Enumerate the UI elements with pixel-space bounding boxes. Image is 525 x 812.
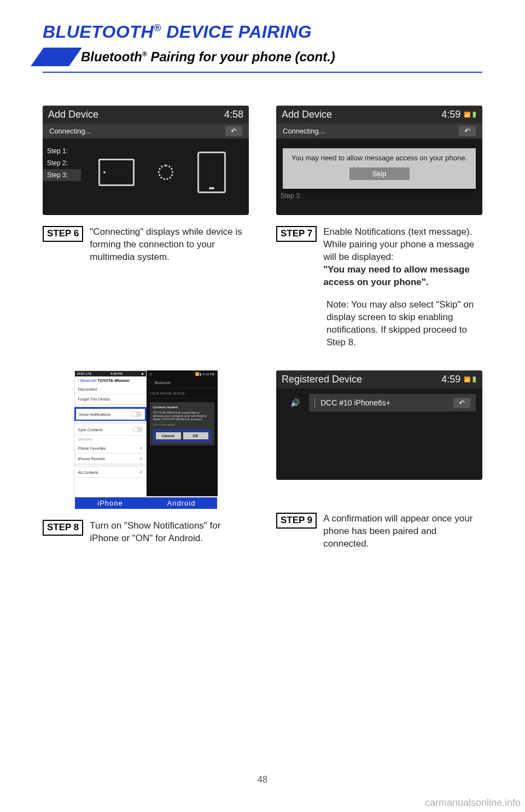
toggle-icon — [132, 411, 142, 417]
screen7-time: 4:59 — [441, 109, 460, 120]
ios-back: Bluetooth — [80, 379, 97, 382]
back-icon: ↶ — [459, 126, 476, 136]
ios-shownotif-label: Show Notifications — [79, 413, 111, 416]
and-time: 4:13 PM — [202, 373, 214, 376]
check-icon: ✓ — [139, 456, 143, 461]
wifi-icon: ▽ — [149, 372, 152, 376]
registered-device-name: DCC #10 iPhone6s+ — [320, 398, 390, 407]
watermark: carmanualsonline.info — [425, 797, 521, 809]
ios-row-disconnect: Disconnect — [75, 385, 146, 395]
ios-fav-label: Phone Favorites — [78, 446, 106, 450]
subtitle-pre: Bluetooth — [81, 49, 142, 64]
screen7-title: Add Device — [282, 109, 332, 120]
step6-text: "Connecting" displays while device is fo… — [90, 226, 249, 264]
ios-device-name: TOYOTA 4Runner — [97, 379, 130, 382]
and-dialog-title: Contacts request — [153, 405, 211, 409]
screen9-time: 4:59 — [441, 374, 460, 385]
step8-label: STEP 8 — [43, 520, 83, 536]
step7-text: Enable Notifications (text message). Whi… — [323, 226, 482, 289]
step6-cell: Add Device 4:58 Connecting... ↶ Step 1: … — [43, 106, 249, 349]
ios-all-label: All Contacts — [78, 471, 98, 474]
battery-icon: ■ — [142, 372, 144, 375]
popup-message: You may need to allow message access on … — [287, 154, 471, 162]
and-dialog-body: TOYOTA VEHICLE would like to access your… — [153, 411, 211, 421]
signal-icon: 📶 ▮ 4:13 PM — [195, 372, 215, 376]
title-post: DEVICE PAIRING — [161, 22, 312, 42]
step8-link: Step 8 — [326, 337, 353, 347]
title-pre: BLUETOOTH — [43, 22, 154, 42]
ios-time: 4:48 PM — [110, 372, 122, 375]
step7-note-pre: Note: You may also select "Skip" on disp… — [326, 299, 474, 335]
screen6-status: Connecting... — [49, 127, 91, 135]
step9-label: STEP 9 — [276, 513, 317, 529]
step9-cell: Registered Device 4:59 📶 🔋 🔊 DCC #10 iPh… — [276, 370, 482, 550]
ios-row-fav: Phone Favorites✓ — [75, 443, 146, 454]
step7-note: Note: You may also select "Skip" on disp… — [276, 299, 482, 349]
signal-icon: 📶 🔋 — [464, 376, 477, 382]
android-label: Android — [146, 497, 217, 509]
ios-row-recents: iPhone Recents✓ — [75, 454, 146, 464]
android-screenshot: ▽📶 ▮ 4:13 PM ← Bluetooth YOUR PHONE DEVI… — [147, 370, 218, 496]
screen6-title: Add Device — [48, 109, 98, 120]
step9-screenshot: Registered Device 4:59 📶 🔋 🔊 DCC #10 iPh… — [276, 370, 482, 480]
and-dialog-check: Don't ask again — [153, 423, 211, 426]
screen6-time: 4:58 — [224, 109, 243, 120]
faded-step: Step 3: — [281, 192, 301, 200]
check-icon: ✓ — [139, 446, 143, 450]
spinner-icon — [158, 165, 173, 180]
screen7-status: Connecting... — [283, 127, 325, 135]
ios-row-shownotif: Show Notifications — [74, 407, 147, 421]
toggle-icon — [133, 427, 143, 432]
ios-carrier: AT&T LTE — [77, 372, 92, 375]
page-number: 48 — [258, 775, 267, 785]
step9-text: A confirmation will appear once your pho… — [323, 513, 482, 550]
step7-label: STEP 7 — [276, 226, 317, 242]
section-title: BLUETOOTH® DEVICE PAIRING — [43, 22, 482, 42]
ios-groups-header: GROUPS — [75, 436, 146, 443]
iphone-screenshot: AT&T LTE4:48 PM■ ‹ Bluetooth TOYOTA 4Run… — [74, 370, 147, 497]
registered-device-row: 🔊 DCC #10 iPhone6s+ ↶ — [309, 394, 476, 411]
phone-device-icon — [197, 152, 226, 193]
permission-popup: You may need to allow message access on … — [283, 148, 476, 189]
back-icon: ↶ — [453, 398, 470, 408]
step7-text-bold: "You may need to allow message access on… — [323, 264, 470, 287]
title-reg: ® — [154, 22, 161, 33]
and-ok-button: OK — [183, 432, 208, 439]
step-item: Step 2: — [43, 157, 81, 169]
step8-text: Turn on "Show Notifications" for iPhone … — [90, 520, 249, 545]
step7-screenshot: Add Device 4:59 📶 🔋 Connecting... ↶ You … — [276, 106, 482, 215]
audio-icon: 🔊 — [287, 398, 302, 407]
and-section: YOUR PHONE DEVICE — [147, 388, 218, 399]
step6-label: STEP 6 — [43, 226, 83, 242]
step7-text-intro: Enable Notifications (text message). Whi… — [323, 227, 474, 262]
ios-row-sync: Sync Contacts — [75, 424, 146, 436]
back-icon: ↶ — [225, 126, 242, 136]
step7-note-post: . — [353, 337, 356, 347]
step6-screenshot: Add Device 4:58 Connecting... ↶ Step 1: … — [43, 106, 249, 215]
step-item: Step 1: — [43, 145, 81, 157]
step-item-active: Step 3: — [43, 169, 81, 181]
screen9-title: Registered Device — [282, 374, 362, 385]
step7-cell: Add Device 4:59 📶 🔋 Connecting... ↶ You … — [276, 106, 482, 349]
car-device-icon — [98, 159, 135, 186]
banner-decor — [31, 48, 82, 66]
subtitle-reg: ® — [142, 50, 147, 58]
iphone-label: iPhone — [75, 497, 146, 509]
step8-cell: AT&T LTE4:48 PM■ ‹ Bluetooth TOYOTA 4Run… — [43, 370, 249, 550]
ios-row-forget: Forget This Device — [75, 395, 146, 404]
ios-row-all: All Contacts✓ — [75, 467, 146, 478]
step-list: Step 1: Step 2: Step 3: — [43, 145, 81, 181]
signal-icon: 📶 🔋 — [464, 112, 477, 118]
subtitle-post: Pairing for your phone (cont.) — [147, 49, 335, 64]
and-cancel-button: Cancel — [156, 432, 181, 439]
ios-sync-label: Sync Contacts — [78, 428, 103, 432]
phone-screenshots: AT&T LTE4:48 PM■ ‹ Bluetooth TOYOTA 4Run… — [74, 370, 218, 497]
skip-button: Skip — [349, 167, 410, 180]
and-bluetooth: Bluetooth — [154, 381, 171, 385]
header-divider — [43, 72, 482, 73]
check-icon: ✓ — [139, 470, 143, 474]
ios-recents-label: iPhone Recents — [78, 457, 105, 461]
android-dialog: Contacts request TOYOTA VEHICLE would li… — [150, 402, 214, 445]
subtitle: Bluetooth® Pairing for your phone (cont.… — [81, 49, 335, 65]
